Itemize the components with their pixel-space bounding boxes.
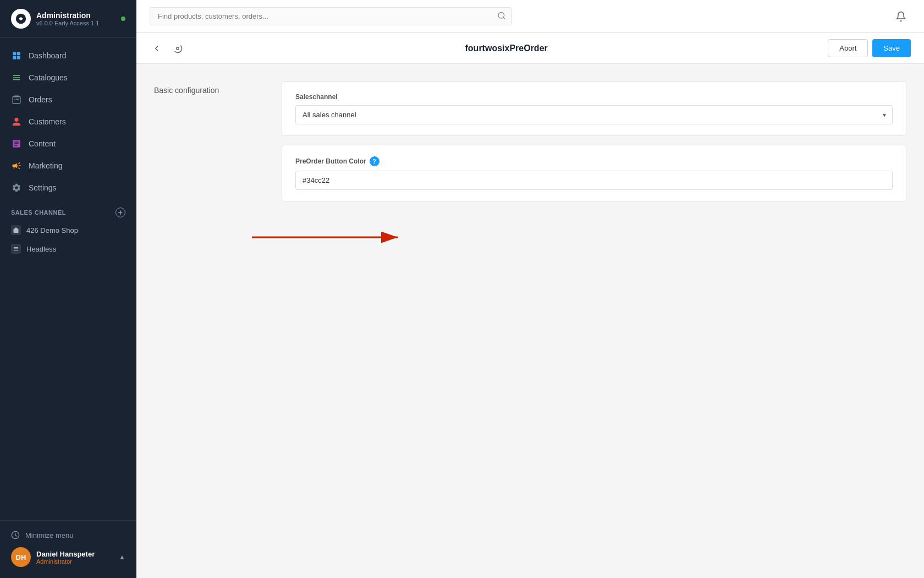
- main-content: fourtwosixPreOrder Abort Save Basic conf…: [136, 0, 924, 578]
- headless-icon: [11, 244, 21, 254]
- svg-rect-3: [17, 52, 20, 55]
- svg-rect-5: [17, 56, 20, 59]
- search-input[interactable]: [150, 7, 512, 25]
- sidebar-footer: Minimize menu DH Daniel Hanspeter Admini…: [0, 520, 136, 578]
- sidebar-item-settings[interactable]: Settings: [0, 177, 136, 199]
- app-name: Administration: [36, 11, 116, 20]
- customers-label: Customers: [29, 117, 66, 126]
- sidebar-item-content[interactable]: Content: [0, 133, 136, 155]
- dashboard-icon: [11, 50, 22, 61]
- button-color-label: PreOrder Button Color ?: [295, 156, 893, 166]
- sidebar-item-customers[interactable]: Customers: [0, 111, 136, 133]
- minimize-menu-button[interactable]: Minimize menu: [11, 527, 125, 543]
- svg-rect-4: [13, 56, 16, 59]
- page-settings-button[interactable]: [170, 41, 185, 56]
- header-actions: Abort Save: [828, 39, 911, 57]
- app-logo: [11, 9, 31, 29]
- user-name: Daniel Hanspeter: [36, 550, 113, 558]
- user-role: Administrator: [36, 558, 113, 565]
- orders-icon: [11, 94, 22, 105]
- settings-icon: [11, 182, 22, 193]
- add-channel-button[interactable]: +: [116, 208, 125, 217]
- minimize-label: Minimize menu: [25, 531, 73, 539]
- catalogues-label: Catalogues: [29, 73, 68, 82]
- sidebar-item-orders[interactable]: Orders: [0, 89, 136, 111]
- saleschannel-card: Saleschannel All sales channel 426 Demo …: [282, 81, 906, 136]
- marketing-label: Marketing: [29, 161, 62, 170]
- sales-channel-label: Sales channel: [11, 209, 66, 216]
- app-info: Administration v6.0.0 Early Access 1.1: [36, 11, 116, 26]
- user-chevron-icon: ▲: [119, 553, 125, 561]
- saleschannel-select-wrapper: All sales channel 426 Demo Shop Headless…: [295, 105, 893, 124]
- marketing-icon: [11, 160, 22, 171]
- svg-rect-2: [13, 52, 16, 55]
- save-button[interactable]: Save: [872, 39, 911, 57]
- page-title: fourtwosixPreOrder: [191, 43, 821, 53]
- sidebar-item-demo-shop[interactable]: 426 Demo Shop: [0, 221, 136, 239]
- sidebar: Administration v6.0.0 Early Access 1.1 D…: [0, 0, 136, 578]
- button-color-input[interactable]: [295, 171, 893, 190]
- customers-icon: [11, 116, 22, 127]
- abort-button[interactable]: Abort: [828, 39, 868, 57]
- back-button[interactable]: [150, 41, 164, 56]
- sidebar-item-marketing[interactable]: Marketing: [0, 155, 136, 177]
- orders-label: Orders: [29, 95, 52, 104]
- notification-button[interactable]: [891, 7, 911, 26]
- content-label: Content: [29, 139, 56, 148]
- button-color-card: PreOrder Button Color ?: [282, 145, 906, 201]
- sidebar-item-catalogues[interactable]: Catalogues: [0, 67, 136, 89]
- content-icon: [11, 138, 22, 149]
- section-content: Saleschannel All sales channel 426 Demo …: [282, 81, 906, 560]
- user-profile[interactable]: DH Daniel Hanspeter Administrator ▲: [11, 543, 125, 571]
- svg-point-1: [20, 18, 23, 20]
- sidebar-header: Administration v6.0.0 Early Access 1.1: [0, 0, 136, 38]
- svg-line-8: [503, 17, 505, 19]
- section-label: Basic configuration: [154, 86, 264, 95]
- saleschannel-select[interactable]: All sales channel 426 Demo Shop Headless: [295, 105, 893, 124]
- demo-shop-icon: [11, 225, 21, 235]
- search-button[interactable]: [497, 11, 506, 21]
- section-label-col: Basic configuration: [154, 81, 264, 560]
- sidebar-item-headless[interactable]: Headless: [0, 239, 136, 258]
- app-version: v6.0.0 Early Access 1.1: [36, 20, 116, 26]
- catalogues-icon: [11, 72, 22, 83]
- sales-channel-section: Sales channel +: [0, 199, 136, 221]
- dashboard-label: Dashboard: [29, 51, 67, 60]
- user-info: Daniel Hanspeter Administrator: [36, 550, 113, 565]
- page-body: Basic configuration Saleschannel All sal…: [136, 64, 924, 578]
- settings-label: Settings: [29, 183, 57, 192]
- saleschannel-label: Saleschannel: [295, 93, 893, 101]
- search-container: [150, 7, 512, 25]
- help-icon[interactable]: ?: [370, 156, 380, 166]
- page-header: fourtwosixPreOrder Abort Save: [136, 33, 924, 64]
- status-indicator: [121, 17, 125, 21]
- demo-shop-label: 426 Demo Shop: [26, 226, 78, 235]
- svg-point-7: [498, 12, 504, 18]
- sidebar-item-dashboard[interactable]: Dashboard: [0, 45, 136, 67]
- svg-point-9: [177, 47, 179, 50]
- user-avatar: DH: [11, 547, 31, 567]
- topbar: [136, 0, 924, 33]
- sidebar-nav: Dashboard Catalogues Orders Customers: [0, 38, 136, 520]
- headless-label: Headless: [26, 245, 56, 253]
